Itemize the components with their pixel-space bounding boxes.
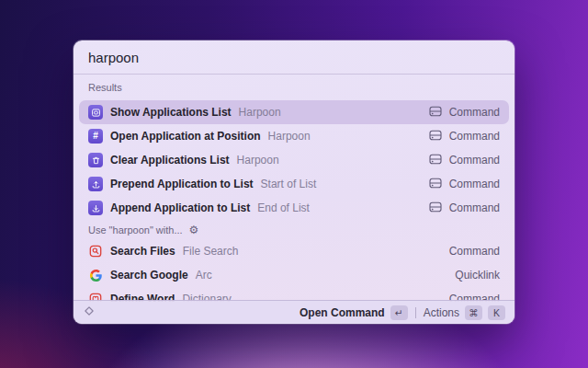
result-accessory: Command (449, 245, 500, 258)
section-header-results: Results (74, 75, 514, 100)
gear-icon[interactable]: ⚙ (189, 224, 199, 236)
primary-action-label: Open Command (300, 306, 385, 319)
result-subtitle: Arc (196, 269, 212, 282)
result-accessory: Command (449, 106, 500, 119)
result-title: Search Google (110, 269, 188, 282)
command-type-icon (429, 106, 442, 120)
raycast-logo-icon (83, 305, 96, 320)
result-row[interactable]: # Open Application at Position Harpoon C… (79, 124, 509, 148)
result-title: Open Application at Position (110, 130, 261, 143)
results-list: Results Show Applications List Harpoon C… (74, 75, 514, 302)
result-row[interactable]: Append Application to List End of List C… (79, 196, 509, 220)
result-row[interactable]: Search Google Arc Quicklink (79, 263, 509, 287)
section-header-label: Results (88, 82, 122, 93)
result-subtitle: File Search (183, 245, 239, 258)
result-row[interactable]: Clear Applications List Harpoon Command (79, 148, 509, 172)
command-type-icon (429, 154, 442, 167)
search-query-text: harpoon (88, 50, 139, 65)
result-accessory: Command (449, 201, 500, 214)
open-command-button[interactable]: Open Command ↵ (300, 305, 408, 320)
result-subtitle: Harpoon (237, 154, 279, 167)
result-title: Clear Applications List (110, 154, 230, 167)
command-type-icon (429, 201, 442, 215)
result-row[interactable]: Show Applications List Harpoon Command (79, 100, 509, 124)
result-title: Show Applications List (110, 106, 232, 119)
result-title: Append Application to List (110, 201, 250, 214)
section-header-label: Use "harpoon" with... (88, 224, 183, 236)
result-accessory: Command (449, 130, 500, 143)
result-title: Search Files (110, 245, 175, 258)
file-search-icon (88, 244, 103, 259)
return-key: ↵ (390, 305, 408, 320)
arrow-up-tray-icon (88, 177, 103, 191)
trash-icon (88, 153, 103, 167)
result-title: Prepend Application to List (110, 178, 254, 190)
actions-label: Actions (424, 306, 459, 319)
result-subtitle: Start of List (261, 178, 317, 190)
command-type-icon (429, 130, 442, 144)
footer-bar: Open Command ↵ Actions ⌘ K (74, 300, 514, 324)
command-type-icon (429, 178, 442, 191)
result-subtitle: Harpoon (239, 106, 281, 119)
actions-button[interactable]: Actions ⌘ K (424, 305, 505, 320)
result-accessory: Command (449, 154, 500, 167)
result-subtitle: Harpoon (268, 130, 311, 143)
result-row[interactable]: Prepend Application to List Start of Lis… (79, 172, 509, 196)
command-key: ⌘ (465, 305, 482, 320)
section-header-use-with: Use "harpoon" with... ⚙ (74, 220, 514, 239)
launcher-window: harpoon Results Show Applications List H… (74, 40, 514, 324)
hashtag-icon: # (88, 129, 103, 144)
app-window-list-icon (88, 105, 103, 120)
arrow-down-tray-icon (88, 201, 103, 215)
footer-divider (415, 307, 416, 318)
k-key: K (488, 305, 505, 320)
result-subtitle: End of List (257, 201, 310, 214)
result-accessory: Command (449, 178, 500, 190)
google-icon (88, 268, 103, 282)
result-row[interactable]: Search Files File Search Command (79, 239, 509, 263)
search-input[interactable]: harpoon (74, 40, 514, 75)
result-accessory: Quicklink (455, 269, 500, 282)
